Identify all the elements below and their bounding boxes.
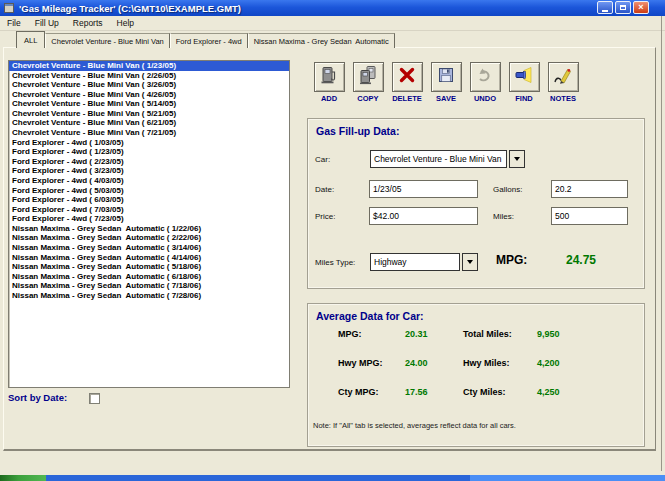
restore-button[interactable] [615, 1, 631, 14]
app-window: 'Gas Mileage Tracker' (C:\GMT10\EXAMPLE.… [0, 0, 665, 481]
window-right-border [661, 16, 662, 471]
title-bar: 'Gas Mileage Tracker' (C:\GMT10\EXAMPLE.… [0, 0, 665, 16]
sort-by-date-label: Sort by Date: [8, 392, 67, 403]
list-item[interactable]: Ford Explorer - 4wd ( 7/03/05) [9, 205, 289, 215]
average-note: Note: If "All" tab is selected, averages… [313, 421, 516, 430]
save-button-group: SAVE [424, 62, 468, 103]
list-item[interactable]: Nissan Maxima - Grey Sedan Automatic ( 7… [9, 281, 289, 291]
miles-type-select-arrow[interactable] [462, 253, 478, 271]
pencil-note-icon [553, 65, 573, 89]
gallons-label: Gallons: [493, 185, 522, 194]
menu-item-reports[interactable]: Reports [73, 18, 103, 28]
list-item[interactable]: Nissan Maxima - Grey Sedan Automatic ( 6… [9, 272, 289, 282]
list-item[interactable]: Chevrolet Venture - Blue Mini Van ( 4/26… [9, 90, 289, 100]
add-button[interactable] [314, 62, 345, 92]
flashlight-icon [514, 65, 534, 89]
list-item[interactable]: Ford Explorer - 4wd ( 7/23/05) [9, 214, 289, 224]
tab-nissan-maxima-grey-sedan-automatic[interactable]: Nissan Maxima - Grey Sedan Automatic [248, 33, 395, 48]
list-item[interactable]: Nissan Maxima - Grey Sedan Automatic ( 2… [9, 233, 289, 243]
miles-type-label: Miles Type: [315, 258, 355, 267]
gas-pump-icon [319, 65, 339, 89]
list-item[interactable]: Chevrolet Venture - Blue Mini Van ( 3/26… [9, 80, 289, 90]
price-field[interactable]: $42.00 [369, 207, 478, 225]
taskbar-start-edge[interactable] [0, 475, 46, 481]
menu-item-fill-up[interactable]: Fill Up [35, 18, 59, 28]
stat-value: 9,950 [537, 329, 638, 358]
notes-button-label: NOTES [550, 94, 576, 103]
copy-button[interactable] [353, 62, 384, 92]
list-item[interactable]: Nissan Maxima - Grey Sedan Automatic ( 1… [9, 224, 289, 234]
list-item[interactable]: Ford Explorer - 4wd ( 1/03/05) [9, 138, 289, 148]
list-item[interactable]: Ford Explorer - 4wd ( 3/23/05) [9, 166, 289, 176]
car-select-arrow[interactable] [509, 150, 525, 168]
list-item[interactable]: Nissan Maxima - Grey Sedan Automatic ( 7… [9, 291, 289, 301]
stat-label: Hwy Miles: [463, 358, 537, 387]
app-icon [4, 3, 14, 13]
list-item[interactable]: Ford Explorer - 4wd ( 5/03/05) [9, 186, 289, 196]
date-field[interactable]: 1/23/05 [369, 180, 478, 198]
delete-x-icon [397, 65, 417, 89]
average-stats: MPG:20.31Total Miles:9,950Hwy MPG:24.00H… [338, 329, 638, 416]
list-item[interactable]: Nissan Maxima - Grey Sedan Automatic ( 5… [9, 262, 289, 272]
undo-arrow-icon [475, 65, 495, 89]
copy-button-group: COPY [346, 62, 390, 103]
chevron-down-icon [514, 157, 520, 161]
stat-value: 17.56 [405, 387, 463, 416]
list-item[interactable]: Chevrolet Venture - Blue Mini Van ( 2/26… [9, 71, 289, 81]
average-heading: Average Data for Car: [316, 310, 424, 322]
list-item[interactable]: Chevrolet Venture - Blue Mini Van ( 6/21… [9, 118, 289, 128]
fillup-list[interactable]: Chevrolet Venture - Blue Mini Van ( 1/23… [8, 60, 290, 388]
menu-item-help[interactable]: Help [117, 18, 134, 28]
delete-button[interactable] [392, 62, 423, 92]
add-button-group: ADD [307, 62, 351, 103]
car-select[interactable]: Chevrolet Venture - Blue Mini Van [370, 150, 507, 168]
minimize-icon [602, 10, 608, 12]
stat-value: 4,200 [537, 358, 638, 387]
miles-label: Miles: [493, 212, 514, 221]
tab-chevrolet-venture-blue-mini-van[interactable]: Chevrolet Venture - Blue Mini Van [45, 33, 169, 48]
taskbar-edge [46, 475, 470, 481]
save-button[interactable] [431, 62, 462, 92]
gallons-field[interactable]: 20.2 [551, 180, 628, 198]
stat-label: Cty MPG: [338, 387, 405, 416]
restore-icon [620, 5, 626, 10]
sort-by-date-checkbox[interactable] [89, 393, 100, 404]
fillup-heading: Gas Fill-up Data: [316, 125, 399, 137]
notes-button-group: NOTES [541, 62, 585, 103]
miles-type-select[interactable]: Highway [370, 253, 460, 271]
delete-button-group: DELETE [385, 62, 429, 103]
list-item[interactable]: Chevrolet Venture - Blue Mini Van ( 5/21… [9, 109, 289, 119]
minimize-button[interactable] [597, 1, 613, 14]
save-button-label: SAVE [436, 94, 456, 103]
miles-field[interactable]: 500 [551, 207, 628, 225]
find-button[interactable] [509, 62, 540, 92]
undo-button-group: UNDO [463, 62, 507, 103]
list-item[interactable]: Ford Explorer - 4wd ( 2/23/05) [9, 157, 289, 167]
list-item[interactable]: Chevrolet Venture - Blue Mini Van ( 7/21… [9, 128, 289, 138]
tab-all[interactable]: ALL [16, 31, 45, 48]
stat-label: Total Miles: [463, 329, 537, 358]
notes-button[interactable] [548, 62, 579, 92]
stat-value: 24.00 [405, 358, 463, 387]
floppy-disk-icon [436, 65, 456, 89]
undo-button[interactable] [470, 62, 501, 92]
car-label: Car: [315, 155, 330, 164]
list-item[interactable]: Ford Explorer - 4wd ( 4/03/05) [9, 176, 289, 186]
stat-label: Hwy MPG: [338, 358, 405, 387]
list-item[interactable]: Nissan Maxima - Grey Sedan Automatic ( 4… [9, 253, 289, 263]
tab-ford-explorer-4wd[interactable]: Ford Explorer - 4wd [170, 33, 248, 48]
mpg-label: MPG: [496, 253, 527, 267]
stat-label: MPG: [338, 329, 405, 358]
menu-item-file[interactable]: File [7, 18, 21, 28]
list-item[interactable]: Chevrolet Venture - Blue Mini Van ( 5/14… [9, 99, 289, 109]
list-item[interactable]: Ford Explorer - 4wd ( 1/23/05) [9, 147, 289, 157]
window-title: 'Gas Mileage Tracker' (C:\GMT10\EXAMPLE.… [19, 3, 241, 14]
delete-button-label: DELETE [392, 94, 422, 103]
copy-button-label: COPY [357, 94, 378, 103]
list-item[interactable]: Chevrolet Venture - Blue Mini Van ( 1/23… [9, 61, 289, 71]
list-item[interactable]: Ford Explorer - 4wd ( 6/03/05) [9, 195, 289, 205]
list-item[interactable]: Nissan Maxima - Grey Sedan Automatic ( 3… [9, 243, 289, 253]
chevron-down-icon [467, 260, 473, 264]
close-button[interactable]: × [633, 1, 649, 14]
price-label: Price: [315, 212, 335, 221]
